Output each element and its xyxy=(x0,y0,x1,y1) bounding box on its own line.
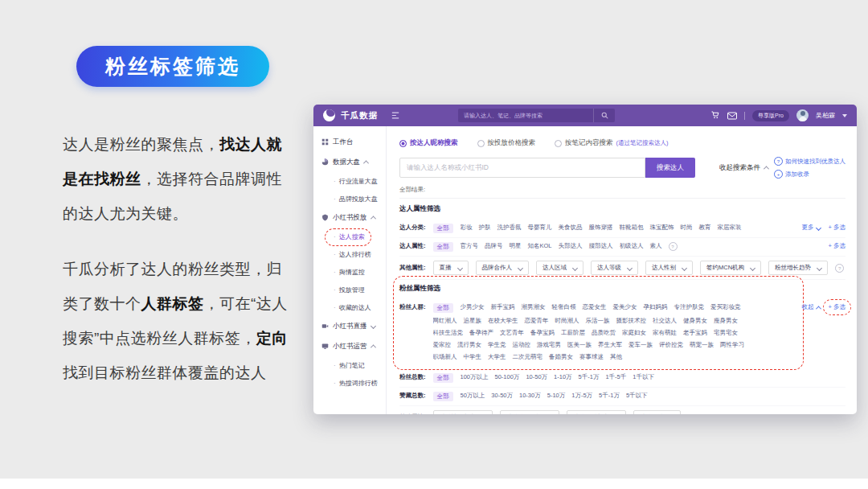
filter-tag[interactable]: 5千以下 xyxy=(626,392,648,400)
mail-icon[interactable] xyxy=(727,109,737,123)
chevron-down-icon[interactable] xyxy=(842,114,847,117)
filter-tag[interactable]: 少男少女 xyxy=(461,303,485,313)
filter-tag[interactable]: 瘦身男女 xyxy=(714,317,738,325)
filter-tag[interactable]: 美食饮品 xyxy=(559,224,583,232)
filter-tag[interactable]: 腰部达人 xyxy=(589,242,613,250)
collapse-link[interactable]: 收起 xyxy=(802,303,821,311)
filter-tag[interactable]: 素人 xyxy=(650,242,662,250)
multi-select-link[interactable]: + 多选 xyxy=(829,224,845,232)
filter-tag[interactable]: 爱买彩妆党 xyxy=(710,303,741,313)
filter-tag[interactable]: 1万-5万 xyxy=(571,392,592,400)
filter-tag[interactable]: 其他 xyxy=(610,353,622,361)
sidebar-item-hot-notes[interactable]: 热门笔记 xyxy=(313,356,386,374)
filter-tag[interactable]: 萌宠一族 xyxy=(690,341,714,349)
filter-tag[interactable]: 网红潮人 xyxy=(433,317,457,325)
filter-tag[interactable]: 赛事球迷 xyxy=(579,353,604,361)
filter-dropdown[interactable]: 达人性别 xyxy=(645,261,693,275)
filter-tag[interactable]: 摄影技术控 xyxy=(616,317,647,325)
search-talent-button[interactable]: 搜索达人 xyxy=(645,158,695,178)
filter-tag-active[interactable]: 全部 xyxy=(433,224,453,233)
collapse-menu-icon[interactable] xyxy=(391,112,399,119)
filter-tag[interactable]: 职场新人 xyxy=(433,353,457,361)
filter-tag[interactable]: 文艺青年 xyxy=(500,329,524,337)
filter-tag[interactable]: 乐活一族 xyxy=(586,317,610,325)
filter-dropdown[interactable]: 签约MCN机构 xyxy=(700,261,761,275)
filter-tag[interactable]: 专注护肤党 xyxy=(674,303,705,313)
filter-dropdown[interactable]: 粉丝增长趋势 xyxy=(768,261,828,275)
filter-dropdown[interactable]: 达人等级 xyxy=(591,261,638,275)
filter-tag[interactable]: 彩妆 xyxy=(461,224,473,232)
sidebar-item-industry-traffic[interactable]: 行业流量大盘 xyxy=(313,172,386,190)
talent-search-input[interactable]: 请输入达人名称或小红书ID xyxy=(399,158,645,178)
filter-tag[interactable]: 二次元萌宅 xyxy=(513,353,543,361)
filter-tag[interactable]: 新手宝妈 xyxy=(491,303,515,313)
filter-dropdown[interactable]: 粉丝区域 xyxy=(633,410,681,414)
filter-tag[interactable]: 流行男女 xyxy=(457,341,481,349)
filter-tag[interactable]: 鞋靴箱包 xyxy=(620,224,644,232)
filter-tag[interactable]: 母婴育儿 xyxy=(528,224,552,232)
filter-tag[interactable]: 1-10万 xyxy=(554,373,572,381)
help-link[interactable]: ? 如何快速找到优质达人 xyxy=(774,157,845,166)
filter-tag[interactable]: 30-50万 xyxy=(491,392,513,400)
filter-tag[interactable]: 知名KOL xyxy=(528,242,552,250)
collapse-search-conditions[interactable]: 收起搜索条件 xyxy=(719,163,768,173)
filter-tag[interactable]: 游戏宅男 xyxy=(537,341,561,349)
radio-search-by-price[interactable]: 按投放价格搜索 xyxy=(477,138,536,148)
user-name[interactable]: 吴柏霖 xyxy=(816,111,835,120)
filter-tag[interactable]: 备婚男女 xyxy=(549,353,573,361)
filter-tag[interactable]: 时尚 xyxy=(681,224,693,232)
filter-tag[interactable]: 学生党 xyxy=(488,341,506,349)
more-link[interactable]: 更多 xyxy=(802,224,821,232)
filter-tag[interactable]: 恋爱青年 xyxy=(525,317,549,325)
filter-tag[interactable]: 明星 xyxy=(510,242,522,250)
filter-tag[interactable]: 1千-5千 xyxy=(605,373,626,381)
filter-tag[interactable]: 5-10万 xyxy=(547,392,566,400)
sidebar-item-xhs-placement[interactable]: 小红书投放 xyxy=(313,208,386,228)
filter-tag[interactable]: 爱车一族 xyxy=(628,341,653,349)
filter-tag[interactable]: 大学生 xyxy=(488,353,506,361)
filter-dropdown[interactable]: 达人区域 xyxy=(536,261,583,275)
filter-tag[interactable]: 社交达人 xyxy=(653,317,677,325)
multi-select-link[interactable]: + 多选 xyxy=(829,303,845,311)
filter-tag[interactable]: 品质吃货 xyxy=(592,329,616,337)
filter-tag[interactable]: 家有萌娃 xyxy=(653,329,677,337)
filter-tag[interactable]: 中学生 xyxy=(464,353,482,361)
filter-tag[interactable]: 10-30万 xyxy=(519,392,541,400)
filter-tag[interactable]: 爱美少女 xyxy=(613,303,637,313)
filter-tag[interactable]: 10-50万 xyxy=(526,373,547,381)
filter-tag-active[interactable]: 全部 xyxy=(433,373,453,383)
filter-tag[interactable]: 科技生活党 xyxy=(433,329,464,337)
filter-tag[interactable]: 家庭妇女 xyxy=(622,329,646,337)
filter-tag[interactable]: 工薪阶层 xyxy=(561,329,585,337)
filter-tag[interactable]: 评价控党 xyxy=(659,341,683,349)
filter-tag-active[interactable]: 全部 xyxy=(433,303,453,313)
sidebar-item-sentiment-monitor[interactable]: 舆情监控 xyxy=(313,263,386,281)
filter-tag[interactable]: 服饰穿搭 xyxy=(589,224,613,232)
filter-tag[interactable]: 恋爱女生 xyxy=(583,303,607,313)
filter-tag[interactable]: 潮男潮女 xyxy=(522,303,546,313)
filter-tag[interactable]: 老手宝妈 xyxy=(683,329,707,337)
filter-tag[interactable]: 备孕宝妈 xyxy=(530,329,555,337)
filter-tag[interactable]: 教育 xyxy=(699,224,711,232)
filter-tag[interactable]: 护肤 xyxy=(479,224,491,232)
filter-tag[interactable]: 家居家装 xyxy=(718,224,742,232)
filter-tag[interactable]: 头部达人 xyxy=(559,242,583,250)
sidebar-item-xhs-live[interactable]: 小红书直播 xyxy=(313,316,386,336)
filter-tag[interactable]: 50万以上 xyxy=(461,392,485,400)
filter-dropdown[interactable]: 粉丝活跃占比 xyxy=(567,410,626,414)
filter-tag[interactable]: 5千-1万 xyxy=(599,392,620,400)
filter-tag[interactable]: 健身男女 xyxy=(683,317,707,325)
filter-tag-active[interactable]: 全部 xyxy=(433,392,453,401)
sidebar-item-favorite-talents[interactable]: 收藏的达人 xyxy=(313,298,386,316)
filter-dropdown[interactable]: 粉丝总数区间 xyxy=(500,410,559,414)
filter-tag[interactable]: 初级达人 xyxy=(620,242,644,250)
filter-tag[interactable]: 爱家控 xyxy=(433,341,452,349)
filter-tag[interactable]: 1千以下 xyxy=(633,373,654,381)
sidebar-item-talent-search[interactable]: 达人搜索 xyxy=(313,228,386,245)
add-record-link[interactable]: + 添加收录 xyxy=(774,170,809,179)
filter-tag[interactable]: 在校大学生 xyxy=(488,317,518,325)
sidebar-item-placement-management[interactable]: 投放管理 xyxy=(313,281,386,298)
search-icon[interactable] xyxy=(593,109,615,122)
filter-tag-active[interactable]: 全部 xyxy=(433,242,453,252)
filter-tag[interactable]: 珠宝配饰 xyxy=(650,224,674,232)
